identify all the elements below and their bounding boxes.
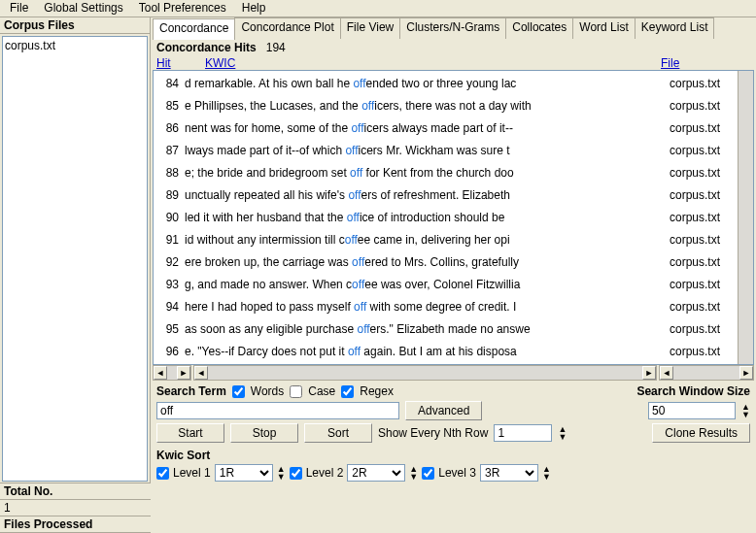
corpus-files-list[interactable]: corpus.txt	[2, 36, 148, 482]
words-checkbox[interactable]	[232, 385, 245, 398]
table-row[interactable]: 91id without any intermission till coffe…	[154, 229, 738, 251]
regex-checkbox[interactable]	[341, 385, 354, 398]
tab-collocates[interactable]: Collocates	[505, 17, 573, 39]
level1-select[interactable]: 1R	[215, 464, 273, 482]
kwic-sort-label: Kwic Sort	[156, 449, 210, 462]
spinner-icon[interactable]: ▲▼	[741, 403, 750, 418]
tab-concordance-plot[interactable]: Concordance Plot	[234, 17, 340, 39]
sort-button[interactable]: Sort	[304, 423, 372, 443]
row-text: d remarkable. At his own ball he offende…	[185, 73, 666, 95]
scroll-right-icon[interactable]: ►	[177, 366, 190, 380]
clone-results-button[interactable]: Clone Results	[652, 423, 750, 443]
words-label: Words	[251, 384, 284, 398]
files-processed-label: Files Processed	[0, 516, 151, 533]
menu-global[interactable]: Global Settings	[38, 0, 128, 17]
table-row[interactable]: 86nent was for home, some of the officer…	[154, 117, 738, 140]
row-file: corpus.txt	[666, 140, 738, 162]
row-num: 94	[154, 296, 185, 318]
scroll-left-icon[interactable]: ◄	[194, 366, 208, 380]
tab-concordance[interactable]: Concordance	[153, 18, 235, 40]
results-vscroll[interactable]	[738, 71, 753, 364]
concordance-hits-label: Concordance Hits	[156, 41, 257, 54]
concordance-results[interactable]: 84d remarkable. At his own ball he offen…	[154, 71, 738, 364]
row-file: corpus.txt	[666, 184, 738, 207]
start-button[interactable]: Start	[156, 423, 224, 443]
row-num: 90	[154, 207, 185, 229]
spinner-icon[interactable]: ▲▼	[542, 465, 551, 481]
kwic-hscroll[interactable]: ◄►	[193, 365, 657, 381]
nth-input[interactable]	[494, 424, 552, 442]
advanced-button[interactable]: Advanced	[405, 401, 482, 420]
corpus-file-item[interactable]: corpus.txt	[5, 39, 145, 52]
row-text: e Phillipses, the Lucases, and the offic…	[185, 95, 666, 117]
row-num: 93	[154, 274, 185, 296]
table-row[interactable]: 90led it with her husband that the offic…	[154, 207, 738, 229]
spinner-icon[interactable]: ▲▼	[409, 465, 418, 481]
level1-checkbox[interactable]	[156, 467, 169, 480]
row-file: corpus.txt	[666, 363, 738, 364]
menu-file[interactable]: File	[4, 0, 34, 17]
row-file: corpus.txt	[666, 296, 738, 318]
scroll-left-icon[interactable]: ◄	[660, 366, 673, 380]
spinner-icon[interactable]: ▲▼	[558, 425, 567, 441]
col-kwic[interactable]: KWIC	[205, 56, 661, 70]
level3-checkbox[interactable]	[422, 467, 434, 480]
row-num: 91	[154, 229, 185, 251]
row-num: 84	[154, 73, 185, 95]
scroll-right-icon[interactable]: ►	[642, 366, 656, 380]
file-hscroll[interactable]: ◄►	[659, 365, 754, 381]
search-input[interactable]	[156, 402, 399, 419]
table-row[interactable]: 88e; the bride and bridegroom set off fo…	[154, 162, 738, 184]
level2-label: Level 2	[306, 466, 344, 480]
row-num: 85	[154, 95, 185, 117]
tab-clusters[interactable]: Clusters/N-Grams	[399, 17, 506, 39]
col-hit[interactable]: Hit	[156, 56, 205, 70]
scroll-left-icon[interactable]: ◄	[154, 366, 167, 380]
search-term-label: Search Term	[156, 384, 226, 398]
row-num: 88	[154, 162, 185, 184]
row-text: e. "Yes--if Darcy does not put it off ag…	[185, 341, 666, 363]
menu-tool[interactable]: Tool Preferences	[133, 0, 232, 17]
concordance-hits-value: 194	[266, 41, 286, 54]
row-file: corpus.txt	[666, 341, 738, 363]
level3-select[interactable]: 3R	[480, 464, 538, 482]
table-row[interactable]: 96e. "Yes--if Darcy does not put it off …	[154, 341, 738, 363]
case-checkbox[interactable]	[290, 385, 302, 398]
table-row[interactable]: 87lways made part of it--of which office…	[154, 140, 738, 162]
total-no-label: Total No.	[0, 483, 151, 500]
row-num: 86	[154, 117, 185, 140]
row-file: corpus.txt	[666, 229, 738, 251]
spinner-icon[interactable]: ▲▼	[277, 465, 286, 481]
menu-help[interactable]: Help	[236, 0, 272, 17]
regex-label: Regex	[360, 384, 394, 398]
show-nth-label: Show Every Nth Row	[378, 426, 488, 440]
stop-button[interactable]: Stop	[230, 423, 298, 443]
window-size-input[interactable]	[648, 402, 736, 419]
table-row[interactable]: 94here I had hoped to pass myself off wi…	[154, 296, 738, 318]
row-num: 87	[154, 140, 185, 162]
row-file: corpus.txt	[666, 207, 738, 229]
row-num: 96	[154, 341, 185, 363]
table-row[interactable]: 89unctually repeated all his wife's offe…	[154, 184, 738, 207]
row-text: e; the bride and bridegroom set off for …	[185, 162, 666, 184]
tab-keywordlist[interactable]: Keyword List	[635, 17, 715, 39]
row-text: g, and made no answer. When coffee was o…	[185, 274, 666, 296]
table-row[interactable]: 84d remarkable. At his own ball he offen…	[154, 73, 738, 95]
row-text: unctually repeated all his wife's offers…	[185, 184, 666, 207]
tab-file-view[interactable]: File View	[340, 17, 400, 39]
hit-hscroll[interactable]: ◄►	[153, 365, 191, 381]
table-row[interactable]: 95as soon as any eligible purchase offer…	[154, 318, 738, 341]
row-text: led it with her husband that the office …	[185, 207, 666, 229]
row-file: corpus.txt	[666, 73, 738, 95]
col-file[interactable]: File	[661, 56, 739, 70]
table-row[interactable]: 97disposed to call his interference offi…	[154, 363, 738, 364]
level2-checkbox[interactable]	[290, 467, 302, 480]
table-row[interactable]: 85e Phillipses, the Lucases, and the off…	[154, 95, 738, 117]
table-row[interactable]: 92ere broken up, the carriage was offere…	[154, 251, 738, 274]
level2-select[interactable]: 2R	[347, 464, 405, 482]
tab-wordlist[interactable]: Word List	[572, 17, 635, 39]
case-label: Case	[308, 384, 335, 398]
row-num: 97	[154, 363, 185, 364]
table-row[interactable]: 93g, and made no answer. When coffee was…	[154, 274, 738, 296]
scroll-right-icon[interactable]: ►	[739, 366, 753, 380]
